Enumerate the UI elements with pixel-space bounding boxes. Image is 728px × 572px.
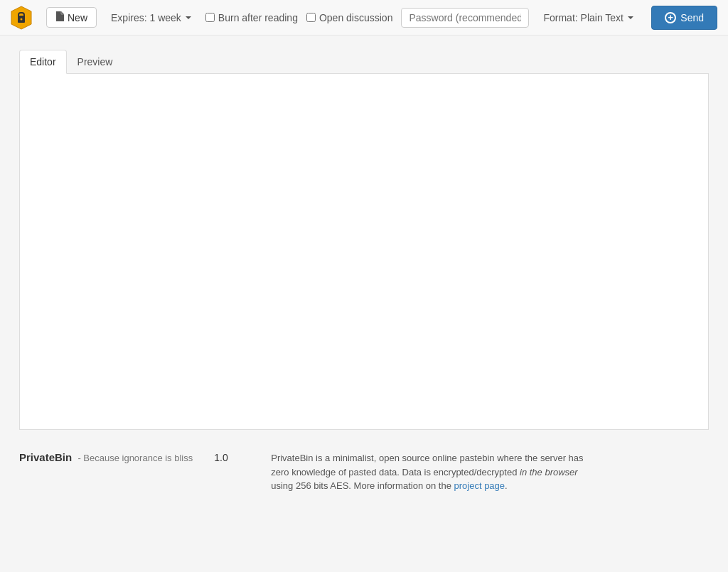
open-discussion-label[interactable]: Open discussion	[306, 12, 393, 23]
format-caret-icon	[628, 16, 633, 19]
discussion-label-text: Open discussion	[319, 12, 393, 23]
footer-brand-name: PrivateBin - Because ignorance is bliss	[19, 451, 193, 463]
footer: PrivateBin - Because ignorance is bliss …	[19, 444, 709, 500]
tabs: Editor Preview	[19, 50, 709, 74]
main-content: Editor Preview PrivateBin - Because igno…	[9, 50, 719, 500]
navbar-right: + Send	[651, 6, 717, 30]
svg-point-3	[21, 18, 23, 20]
footer-brand: PrivateBin - Because ignorance is bliss	[19, 451, 193, 463]
password-input[interactable]	[401, 8, 529, 28]
burn-after-reading-label[interactable]: Burn after reading	[205, 12, 298, 23]
send-button-label: Send	[680, 12, 704, 23]
tab-preview[interactable]: Preview	[67, 50, 124, 74]
editor-container	[19, 74, 709, 430]
send-circle-icon: +	[665, 12, 676, 23]
footer-description: PrivateBin is a minimalist, open source …	[271, 451, 598, 493]
footer-version: 1.0	[214, 452, 242, 463]
new-button-label: New	[68, 12, 87, 23]
open-discussion-checkbox[interactable]	[306, 13, 316, 22]
footer-tagline: - Because ignorance is bliss	[77, 453, 193, 463]
expires-dropdown[interactable]: Expires: 1 week	[105, 9, 197, 27]
brand-logo	[11, 6, 32, 30]
expires-label: Expires: 1 week	[111, 12, 181, 23]
logo-icon	[11, 6, 32, 30]
format-label: Format: Plain Text	[543, 12, 623, 23]
new-button[interactable]: New	[46, 7, 97, 28]
burn-label-text: Burn after reading	[218, 12, 298, 23]
format-dropdown[interactable]: Format: Plain Text	[537, 9, 639, 27]
burn-after-reading-checkbox[interactable]	[205, 13, 215, 22]
editor-textarea[interactable]	[20, 74, 708, 429]
tab-editor[interactable]: Editor	[19, 50, 67, 74]
send-button[interactable]: + Send	[651, 6, 717, 30]
navbar: New Expires: 1 week Burn after reading O…	[0, 0, 728, 36]
expires-caret-icon	[186, 16, 191, 19]
project-page-link[interactable]: project page	[454, 480, 505, 491]
footer-left: PrivateBin - Because ignorance is bliss …	[19, 451, 242, 463]
document-icon	[55, 11, 64, 23]
